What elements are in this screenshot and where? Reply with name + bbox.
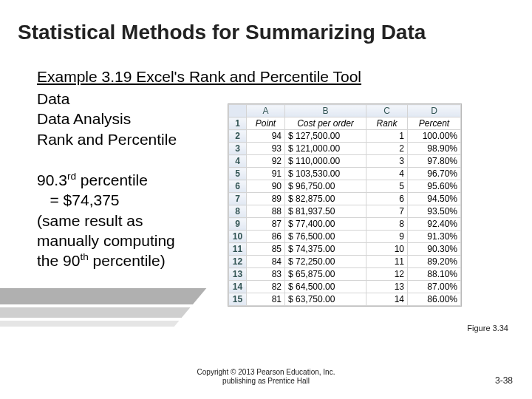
cell: $ 65,875.00 <box>285 268 366 281</box>
cell: 94.50% <box>408 193 461 205</box>
cell: 12 <box>366 268 408 281</box>
cell: 13 <box>366 281 408 293</box>
cell: $ 103,530.00 <box>285 168 366 180</box>
rowhead-1: 1 <box>229 117 247 130</box>
col-letter-D: D <box>408 105 461 117</box>
cell: 87 <box>247 218 285 231</box>
cell: $ 72,250.00 <box>285 256 366 268</box>
pct-line1: 90.3rd percentile <box>37 170 175 190</box>
rowhead: 14 <box>229 281 247 293</box>
rowhead: 12 <box>229 256 247 268</box>
cell: 89 <box>247 193 285 205</box>
cell: $ 82,875.00 <box>285 193 366 205</box>
table-row: 1482$ 64,500.001387.00% <box>229 281 461 293</box>
table-row: 690$ 96,750.00595.60% <box>229 180 461 193</box>
cell: 92 <box>247 155 285 168</box>
cell: 81 <box>247 293 285 306</box>
cell: 92.40% <box>408 218 461 231</box>
rowhead: 3 <box>229 143 247 155</box>
table-row: 888$ 81,937.50793.50% <box>229 205 461 218</box>
rowhead: 6 <box>229 180 247 193</box>
cell: $ 110,000.00 <box>285 155 366 168</box>
excel-table: A B C D 1 Point Cost per order Rank Perc… <box>228 104 461 306</box>
cell: 5 <box>366 180 408 193</box>
excel-screenshot: A B C D 1 Point Cost per order Rank Perc… <box>228 103 462 307</box>
cell: 90 <box>247 180 285 193</box>
page-title: Statistical Methods for Summarizing Data <box>18 21 426 44</box>
pct-line3: (same result as <box>37 211 175 231</box>
rowhead: 13 <box>229 268 247 281</box>
rowhead: 7 <box>229 193 247 205</box>
hdr-percent: Percent <box>408 117 461 130</box>
cell: 97.80% <box>408 155 461 168</box>
table-row: 1185$ 74,375.001090.30% <box>229 243 461 256</box>
cell: 90.30% <box>408 243 461 256</box>
cell: 98.90% <box>408 143 461 155</box>
cell: 9 <box>366 231 408 243</box>
body-lines: Data Data Analysis Rank and Percentile <box>37 89 177 149</box>
cell: 93.50% <box>408 205 461 218</box>
excel-body: 294$ 127,500.001100.00%393$ 121,000.0029… <box>229 130 461 306</box>
line-rank-percentile: Rank and Percentile <box>37 129 177 149</box>
cell: 3 <box>366 155 408 168</box>
decorative-stripes <box>0 288 206 340</box>
cell: 85 <box>247 243 285 256</box>
table-row: 1086$ 76,500.00991.30% <box>229 231 461 243</box>
rowhead: 11 <box>229 243 247 256</box>
col-letter-C: C <box>366 105 408 117</box>
cell: $ 63,750.00 <box>285 293 366 306</box>
cell: 93 <box>247 143 285 155</box>
line-data-analysis: Data Analysis <box>37 109 177 129</box>
percentile-note: 90.3rd percentile = $74,375 (same result… <box>37 170 175 270</box>
cell: $ 81,937.50 <box>285 205 366 218</box>
cell: 94 <box>247 130 285 143</box>
hdr-cost: Cost per order <box>285 117 366 130</box>
cell: $ 127,500.00 <box>285 130 366 143</box>
hdr-point: Point <box>247 117 285 130</box>
cell: 96.70% <box>408 168 461 180</box>
excel-header-row: 1 Point Cost per order Rank Percent <box>229 117 461 130</box>
copyright-text: Copyright © 2013 Pearson Education, Inc.… <box>0 368 532 386</box>
hdr-rank: Rank <box>366 117 408 130</box>
corner-cell <box>229 105 247 117</box>
table-row: 294$ 127,500.001100.00% <box>229 130 461 143</box>
pct-line5: the 90th percentile) <box>37 250 175 270</box>
cell: 83 <box>247 268 285 281</box>
col-letter-B: B <box>285 105 366 117</box>
rowhead: 5 <box>229 168 247 180</box>
example-label: Example 3.19 Excel's Rank and Percentile… <box>37 68 361 85</box>
cell: 82 <box>247 281 285 293</box>
table-row: 987$ 77,400.00892.40% <box>229 218 461 231</box>
cell: 84 <box>247 256 285 268</box>
rowhead: 2 <box>229 130 247 143</box>
figure-label: Figure 3.34 <box>467 324 508 332</box>
cell: $ 121,000.00 <box>285 143 366 155</box>
col-letter-A: A <box>247 105 285 117</box>
excel-col-letters: A B C D <box>229 105 461 117</box>
page-number: 3-38 <box>495 375 513 386</box>
cell: 86 <box>247 231 285 243</box>
rowhead: 10 <box>229 231 247 243</box>
cell: 4 <box>366 168 408 180</box>
table-row: 1284$ 72,250.001189.20% <box>229 256 461 268</box>
cell: 89.20% <box>408 256 461 268</box>
rowhead: 15 <box>229 293 247 306</box>
table-row: 1383$ 65,875.001288.10% <box>229 268 461 281</box>
pct-line2: = $74,375 <box>37 190 175 210</box>
cell: 10 <box>366 243 408 256</box>
pct-line4: manually computing <box>37 231 175 250</box>
rowhead: 4 <box>229 155 247 168</box>
cell: 88 <box>247 205 285 218</box>
cell: 6 <box>366 193 408 205</box>
cell: 88.10% <box>408 268 461 281</box>
cell: 91.30% <box>408 231 461 243</box>
table-row: 492$ 110,000.00397.80% <box>229 155 461 168</box>
cell: 87.00% <box>408 281 461 293</box>
cell: $ 77,400.00 <box>285 218 366 231</box>
cell: $ 76,500.00 <box>285 231 366 243</box>
cell: $ 74,375.00 <box>285 243 366 256</box>
cell: $ 64,500.00 <box>285 281 366 293</box>
table-row: 393$ 121,000.00298.90% <box>229 143 461 155</box>
example-heading: Example 3.19 Excel's Rank and Percentile… <box>37 68 361 86</box>
table-row: 1581$ 63,750.001486.00% <box>229 293 461 306</box>
